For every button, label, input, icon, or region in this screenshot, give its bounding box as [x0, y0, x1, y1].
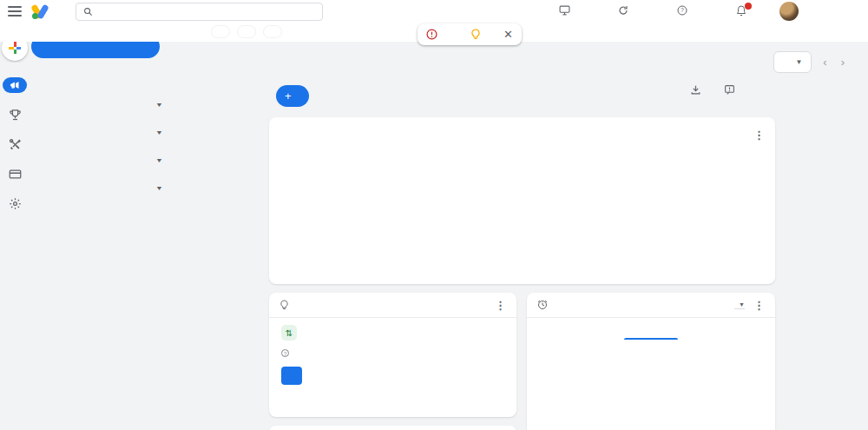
previous-period-icon[interactable]: ‹ [820, 56, 829, 69]
chevron-down-icon: ▼ [155, 102, 163, 109]
alert-bar: ✕ [418, 23, 522, 45]
rail-item-admin[interactable] [0, 195, 30, 214]
sidebar-item-change-history[interactable] [30, 202, 175, 230]
budget-icon: ⇅ [281, 325, 297, 341]
recommendation-card: ⋮ ⇅ ? [269, 293, 516, 417]
rail-item-tools[interactable] [0, 136, 30, 155]
next-period-icon[interactable]: › [838, 56, 847, 69]
chip-ad-group-status[interactable] [237, 25, 256, 38]
refresh-icon [618, 5, 628, 17]
search-icon [83, 7, 93, 17]
sidebar-item-recommendations[interactable] [30, 63, 175, 91]
day-hour-card: ▼ ⋮ [527, 293, 775, 430]
date-range-picker[interactable]: ▼ [773, 51, 812, 73]
feedback-icon [724, 84, 735, 96]
billing-card-icon [9, 165, 22, 182]
appearance-icon [559, 5, 570, 17]
google-ads-logo [30, 3, 56, 19]
feedback-button[interactable] [724, 84, 735, 98]
tools-wrench-icon [9, 136, 22, 153]
chevron-down-icon: ▼ [739, 301, 745, 308]
recommendation-explanation: ? [281, 348, 504, 359]
search-input[interactable] [76, 3, 323, 21]
google-ads-logo-icon [30, 3, 49, 19]
close-icon[interactable]: ✕ [503, 29, 513, 40]
download-button[interactable] [690, 84, 701, 98]
chevron-down-icon: ▼ [795, 58, 802, 66]
chevron-down-icon: ▼ [155, 129, 163, 136]
help-button[interactable]: ? [662, 5, 702, 18]
notification-badge [745, 3, 752, 10]
recommendation-menu-icon[interactable]: ⋮ [495, 300, 506, 311]
rail-item-goals[interactable] [0, 106, 30, 125]
appearance-button[interactable] [544, 5, 584, 18]
rail-item-billing[interactable] [0, 165, 30, 184]
help-circle-icon[interactable]: ? [281, 349, 289, 357]
sidebar-item-audiences[interactable]: ▼ [30, 175, 175, 202]
metric-dropdown[interactable]: ▼ [734, 301, 745, 309]
chip-add-filter[interactable] [263, 25, 282, 38]
error-icon [426, 29, 437, 40]
apply-button[interactable] [281, 367, 302, 385]
plus-icon: + [285, 89, 292, 103]
sidebar-item-campaigns[interactable]: ▼ [30, 119, 175, 147]
day-hour-tabs [527, 334, 775, 340]
overview-chart-card: ⋮ [269, 117, 775, 284]
navigation-rail [0, 35, 30, 430]
help-icon: ? [677, 5, 687, 17]
chart-menu-icon[interactable]: ⋮ [753, 129, 765, 141]
new-campaign-button[interactable]: + [276, 85, 309, 107]
admin-gear-icon [9, 195, 22, 212]
top-app-bar: ? [0, 0, 868, 23]
sidebar-item-insights[interactable]: ▼ [30, 91, 175, 119]
next-card-partial [269, 426, 516, 430]
chip-campaign-status[interactable] [211, 25, 230, 38]
main-menu-icon[interactable] [8, 6, 22, 17]
goals-trophy-icon [9, 106, 22, 123]
date-controls: ▼ ‹ › [765, 51, 856, 73]
refresh-button[interactable] [603, 5, 643, 18]
topbar-actions: ? [544, 5, 761, 18]
main-content: ▼ ‹ › + ⋮ ⋮ [174, 42, 868, 430]
recommendation-bulb-icon [279, 300, 289, 310]
day-hour-subtitle [527, 318, 775, 327]
avatar[interactable] [779, 2, 799, 21]
svg-text:?: ? [681, 7, 684, 13]
clock-icon [537, 300, 548, 310]
sidebar-nav: ▼ ▼ ▼ ▼ [30, 35, 175, 430]
campaigns-megaphone-icon [3, 77, 27, 93]
tab-day-and-hour[interactable] [609, 334, 692, 340]
lightbulb-icon [470, 29, 481, 40]
notifications-bell-icon [736, 5, 746, 17]
rail-item-campaigns[interactable] [0, 76, 30, 96]
notifications-button[interactable] [721, 5, 761, 18]
download-icon [690, 84, 701, 96]
chevron-down-icon: ▼ [155, 184, 163, 192]
sidebar-item-assets[interactable]: ▼ [30, 147, 175, 175]
tab-day[interactable] [527, 334, 609, 340]
tab-hour[interactable] [693, 334, 775, 340]
day-hour-menu-icon[interactable]: ⋮ [753, 300, 765, 311]
chevron-down-icon: ▼ [155, 157, 163, 164]
performance-line-chart [304, 182, 740, 267]
